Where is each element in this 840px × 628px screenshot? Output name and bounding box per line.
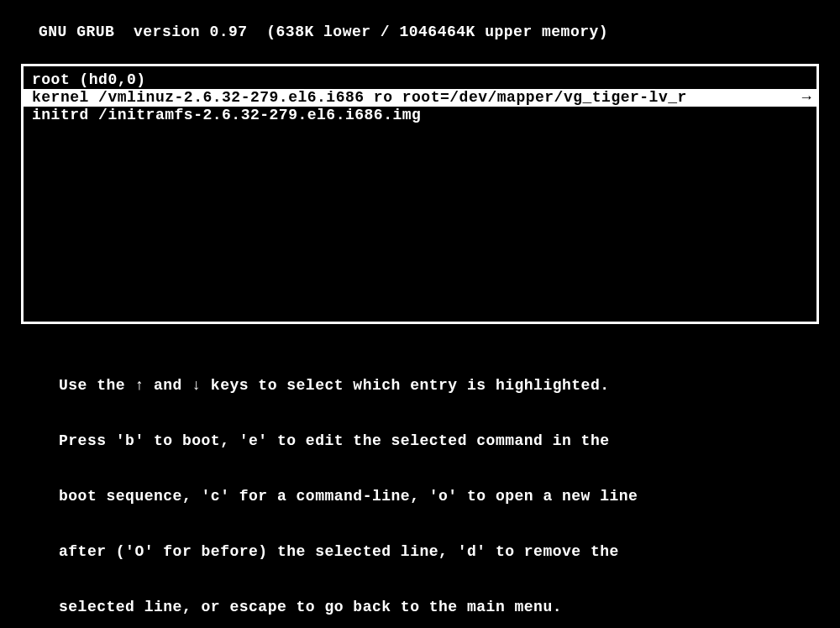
help-instructions: Use the ↑ and ↓ keys to select which ent…: [59, 339, 840, 628]
help-line: Use the ↑ and ↓ keys to select which ent…: [59, 376, 840, 395]
grub-header: GNU GRUB version 0.97 (638K lower / 1046…: [0, 0, 840, 40]
help-line: after ('O' for before) the selected line…: [59, 542, 840, 561]
help-line: selected line, or escape to go back to t…: [59, 598, 840, 616]
help-line: boot sequence, 'c' for a command-line, '…: [59, 487, 840, 505]
boot-entry-menu[interactable]: root (hd0,0) kernel /vmlinuz-2.6.32-279.…: [21, 64, 819, 324]
boot-line-kernel-text: kernel /vmlinuz-2.6.32-279.el6.i686 ro r…: [32, 89, 801, 107]
overflow-arrow-icon: →: [802, 89, 811, 107]
boot-line-kernel[interactable]: kernel /vmlinuz-2.6.32-279.el6.i686 ro r…: [24, 89, 816, 107]
help-line: Press 'b' to boot, 'e' to edit the selec…: [59, 432, 840, 450]
boot-line-root[interactable]: root (hd0,0): [24, 71, 816, 89]
boot-line-initrd[interactable]: initrd /initramfs-2.6.32-279.el6.i686.im…: [24, 107, 816, 124]
